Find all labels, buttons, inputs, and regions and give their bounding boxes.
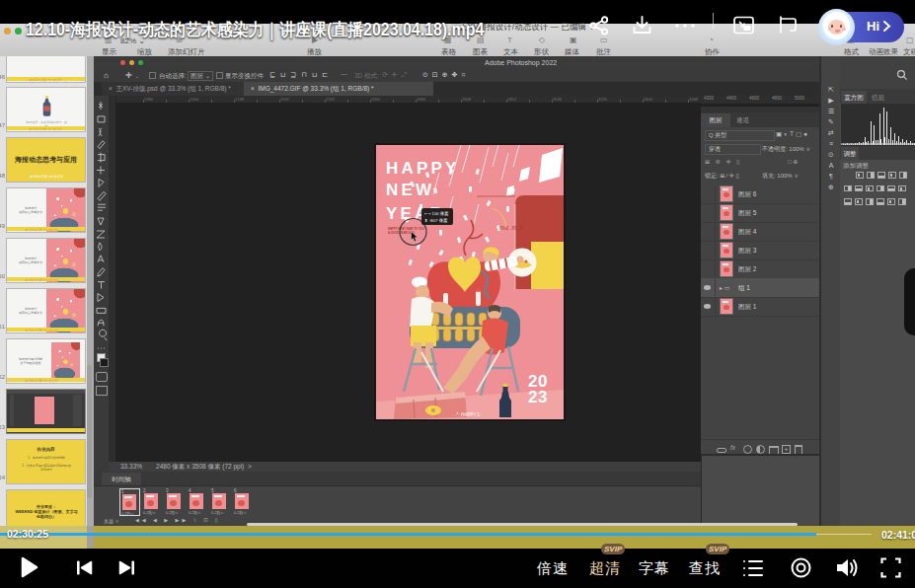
svg-text:⟷ 116 像素: ⟷ 116 像素 bbox=[424, 211, 449, 216]
svg-text:⬍ :807 像素: ⬍ :807 像素 bbox=[424, 218, 448, 223]
svg-text:·*· HAPPY C: ·*· HAPPY C bbox=[455, 412, 481, 417]
svg-text:JInL JIUR: JInL JIUR bbox=[498, 225, 523, 231]
svg-text:A GOOD YEAR 2023: A GOOD YEAR 2023 bbox=[388, 231, 415, 235]
svg-text:HAPPY: HAPPY bbox=[386, 159, 460, 178]
svg-text:23: 23 bbox=[528, 388, 548, 406]
svg-text:NEW: NEW bbox=[386, 181, 434, 199]
